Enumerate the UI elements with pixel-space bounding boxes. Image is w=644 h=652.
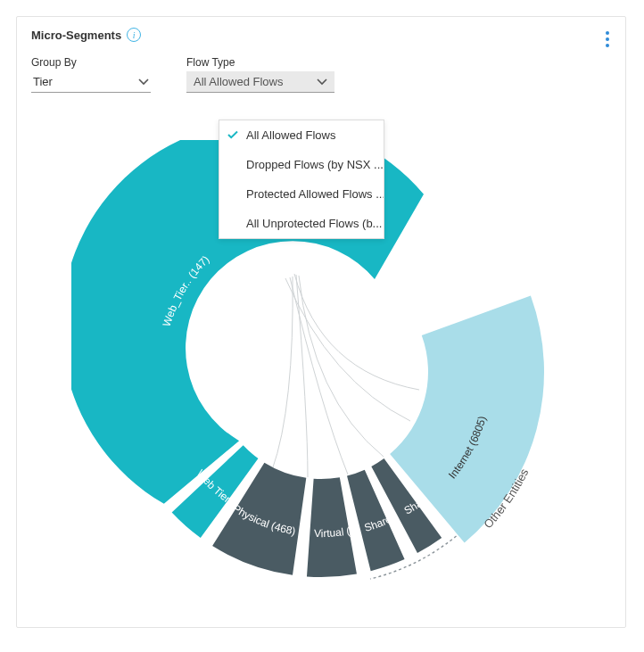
flow-type-option-label: Protected Allowed Flows ... — [246, 187, 384, 201]
group-by-label: Group By — [31, 56, 151, 69]
flow-type-option[interactable]: Dropped Flows (by NSX ... — [219, 150, 384, 179]
flow-type-option[interactable]: Protected Allowed Flows ... — [219, 179, 384, 209]
kebab-menu-icon[interactable] — [600, 26, 615, 53]
flow-type-dropdown: All Allowed Flows Dropped Flows (by NSX … — [219, 120, 384, 239]
flow-type-option[interactable]: All Unprotected Flows (b... — [219, 209, 384, 238]
flow-type-option-label: All Allowed Flows — [246, 128, 335, 142]
flow-type-select[interactable]: All Allowed Flows — [186, 71, 334, 93]
chevron-down-icon — [317, 78, 327, 86]
card-title: Micro-Segments — [31, 29, 121, 42]
micro-segments-card: Micro-Segments i Group By Tier Flow Type… — [16, 16, 626, 628]
group-by-value: Tier — [33, 75, 53, 88]
flow-type-option-label: All Unprotected Flows (b... — [246, 217, 382, 230]
flow-type-value: All Allowed Flows — [194, 75, 283, 88]
flow-type-control: Flow Type All Allowed Flows — [186, 56, 334, 93]
check-icon — [227, 128, 239, 144]
controls-row: Group By Tier Flow Type All Allowed Flow… — [17, 53, 625, 93]
chevron-down-icon — [138, 78, 149, 86]
info-icon[interactable]: i — [127, 28, 141, 42]
group-by-select[interactable]: Tier — [31, 71, 151, 93]
flow-type-label: Flow Type — [186, 56, 334, 69]
chord-lines — [272, 274, 419, 477]
flow-type-option[interactable]: All Allowed Flows — [219, 120, 384, 150]
card-header: Micro-Segments i — [17, 17, 625, 53]
flow-type-option-label: Dropped Flows (by NSX ... — [246, 158, 384, 171]
group-by-control: Group By Tier — [31, 56, 151, 93]
